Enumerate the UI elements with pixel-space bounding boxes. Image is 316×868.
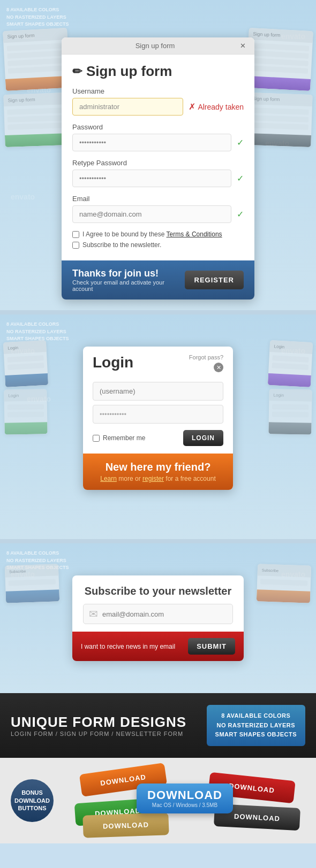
newsletter-bg-right: Subscribe <box>257 565 311 602</box>
retype-group: Retype Password ✓ <box>72 159 244 187</box>
promo-badge-line2: NO RASTERIZED LAYERS <box>215 721 297 731</box>
newsletter-footer: I want to recive news in my email SUBMIT <box>72 632 244 661</box>
bonus-line3: BUTTONS <box>14 804 50 812</box>
login-button[interactable]: LOGIN <box>183 430 223 446</box>
password-row: ✓ <box>72 134 244 151</box>
login-footer-title: New here my friend? <box>93 461 223 473</box>
forgot-password-link[interactable]: Forgot pass? <box>189 354 223 360</box>
login-title: Login <box>93 354 133 371</box>
email-row: ✓ <box>72 205 244 223</box>
login-password-input[interactable] <box>93 405 223 424</box>
footer-message: Thanks for join us! Check your email and… <box>72 268 185 292</box>
info-badge-1: 8 AVAILABLE COLORS NO RASTERIZED LAYERS … <box>6 6 69 28</box>
card-title-bar: Sign up form ✕ <box>62 37 254 55</box>
footer-subtitle: Check your email and activate your accou… <box>72 279 185 292</box>
newsletter-title: Subscribe to your newsletter <box>83 585 233 597</box>
newsletter-card: Subscribe to your newsletter ✉ I want to… <box>72 575 244 661</box>
error-text: Already taken <box>198 103 244 111</box>
info-badge-2: 8 AVAILABLE COLORS NO RASTERIZED LAYERS … <box>6 321 69 343</box>
bg-stack-left: Sign up form Sign up form <box>4 29 69 146</box>
signup-section: 8 AVAILABLE COLORS NO RASTERIZED LAYERS … <box>0 0 316 310</box>
username-label: Username <box>72 87 244 95</box>
promo-badge-line3: SMART SHAPES OBJECTS <box>215 730 297 740</box>
login-header-right: Forgot pass? ✕ <box>189 354 223 372</box>
download-buttons-stack: DOWNLOAD DOWNLOAD DOWNLOAD DOWNLOAD DOWN… <box>64 769 305 833</box>
username-error: ✗ Already taken <box>189 102 244 112</box>
download-section: BONUS DOWNLOAD BUTTONS DOWNLOAD DOWNLOAD… <box>0 758 316 843</box>
bonus-badge: BONUS DOWNLOAD BUTTONS <box>11 779 54 822</box>
divider-2 <box>0 539 316 543</box>
newsletter-text: Subscribe to the newsletter. <box>82 241 161 249</box>
login-check-row: Remember me LOGIN <box>93 430 223 446</box>
login-bg-left: Login Login <box>4 341 47 434</box>
signup-form-body: ✏ Sign up form Username ✗ Already taken … <box>62 55 254 260</box>
login-body: Remember me LOGIN <box>83 378 233 454</box>
remember-text: Remember me <box>103 434 145 442</box>
signup-footer: Thanks for join us! Check your email and… <box>62 260 254 299</box>
promo-section: UNIQUE FORM DESIGNS LOGIN FORM / SIGN UP… <box>0 693 316 758</box>
signup-title-text: Sign up form <box>86 63 172 80</box>
register-link[interactable]: register <box>142 475 164 482</box>
signup-form-title: ✏ Sign up form <box>72 63 244 80</box>
download-sublabel: Mac OS / Windows / 3.5MB <box>152 802 217 808</box>
remember-label: Remember me <box>93 434 145 442</box>
error-icon: ✗ <box>189 102 195 112</box>
promo-subtitle: LOGIN FORM / SIGN UP FORM / NEWSLETTER F… <box>11 731 186 737</box>
bonus-line2: DOWNLOAD <box>14 797 50 804</box>
close-icon-2[interactable]: ✕ <box>214 363 223 372</box>
mail-icon: ✉ <box>89 608 98 620</box>
username-input[interactable] <box>72 98 183 116</box>
footer-title: Thanks for join us! <box>72 268 185 279</box>
username-group: Username ✗ Already taken <box>72 87 244 116</box>
login-header: Login Forgot pass? ✕ <box>83 347 233 378</box>
promo-left: UNIQUE FORM DESIGNS LOGIN FORM / SIGN UP… <box>11 714 186 737</box>
main-download-button[interactable]: DOWNLOAD Mac OS / Windows / 3.5MB <box>137 783 233 813</box>
retype-input[interactable] <box>72 170 231 187</box>
login-section: 8 AVAILABLE COLORS NO RASTERIZED LAYERS … <box>0 314 316 539</box>
newsletter-bg-left: Subscribe <box>5 565 59 602</box>
terms-link[interactable]: Terms & Conditions <box>167 231 222 238</box>
password-ok-icon: ✓ <box>237 137 244 148</box>
terms-row: I Agree to be bound by these Terms & Con… <box>72 231 244 238</box>
newsletter-email-input[interactable] <box>102 610 227 618</box>
learn-link[interactable]: Learn <box>100 475 117 482</box>
newsletter-checkbox[interactable] <box>72 242 79 249</box>
password-label: Password <box>72 123 244 131</box>
promo-badge-line1: 8 AVAILABLE COLORS <box>215 711 297 721</box>
submit-button[interactable]: SUBMIT <box>188 638 235 655</box>
pencil-icon: ✏ <box>72 65 82 79</box>
promo-title: UNIQUE FORM DESIGNS <box>11 714 186 731</box>
login-footer-sub: Learn more or register for a free accoun… <box>93 475 223 482</box>
newsletter-input-row: ✉ <box>83 604 233 624</box>
retype-label: Retype Password <box>72 159 244 167</box>
login-username-input[interactable] <box>93 382 223 401</box>
retype-row: ✓ <box>72 170 244 187</box>
divider-1 <box>0 310 316 314</box>
retype-ok-icon: ✓ <box>237 173 244 183</box>
signup-card: Sign up form ✕ ✏ Sign up form Username ✗… <box>62 37 254 299</box>
email-label: Email <box>72 195 244 203</box>
password-input[interactable] <box>72 134 231 151</box>
password-group: Password ✓ <box>72 123 244 151</box>
close-icon-1[interactable]: ✕ <box>240 42 246 50</box>
register-button[interactable]: REGISTER <box>185 271 244 289</box>
bg-stack-right: Sign up form Sign up form <box>247 29 312 146</box>
login-footer: New here my friend? Learn more or regist… <box>83 454 233 490</box>
terms-checkbox[interactable] <box>72 231 79 238</box>
download-label: DOWNLOAD <box>147 788 222 802</box>
remember-checkbox[interactable] <box>93 435 100 442</box>
email-input[interactable] <box>72 205 231 223</box>
card-title-bar-text: Sign up form <box>136 42 175 50</box>
watermark-5: envato <box>11 193 35 201</box>
promo-badge: 8 AVAILABLE COLORS NO RASTERIZED LAYERS … <box>207 705 305 746</box>
terms-text: I Agree to be bound by these Terms & Con… <box>82 231 222 238</box>
newsletter-row: Subscribe to the newsletter. <box>72 241 244 249</box>
newsletter-header: Subscribe to your newsletter ✉ <box>72 575 244 632</box>
username-row: ✗ Already taken <box>72 98 244 116</box>
login-card: Login Forgot pass? ✕ Remember me LOGIN N… <box>83 347 233 490</box>
email-group: Email ✓ <box>72 195 244 223</box>
bonus-line1: BONUS <box>14 789 50 796</box>
email-ok-icon: ✓ <box>237 209 244 219</box>
newsletter-section: 8 AVAILABLE COLORS NO RASTERIZED LAYERS … <box>0 543 316 693</box>
dl-btn-tan[interactable]: DOWNLOAD <box>82 812 169 838</box>
